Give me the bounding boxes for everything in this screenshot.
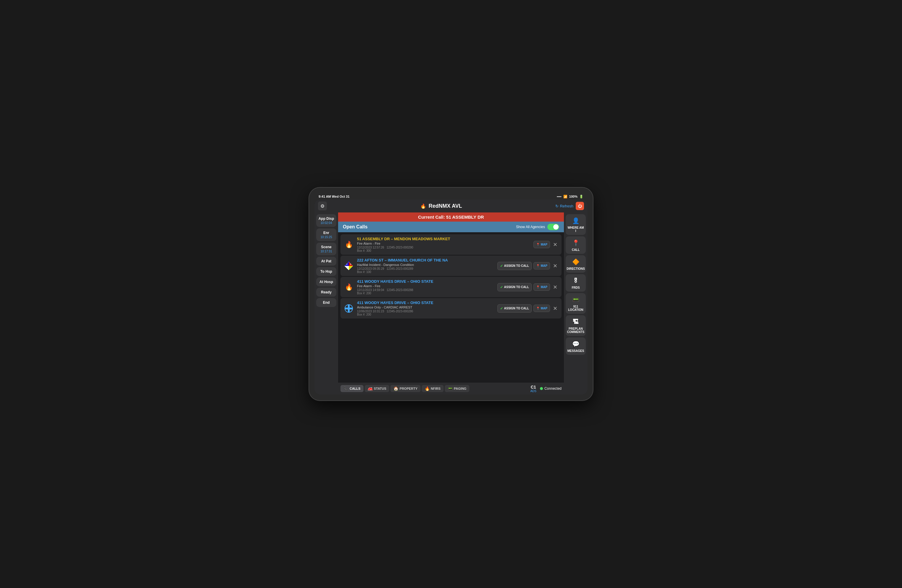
status-tab-icon: 🚒: [368, 386, 373, 391]
app-logo-icon: 🔥: [420, 203, 426, 209]
map-button-4[interactable]: 📍 MAP: [534, 305, 550, 312]
power-icon: ⏻: [578, 203, 582, 208]
call-box-3: Box #: 200: [357, 292, 495, 295]
status-tab-label: STATUS: [374, 387, 386, 390]
current-call-label: Current Call: 51 ASSEMBLY DR: [418, 214, 484, 219]
calls-tab-label: CALLS: [350, 387, 360, 390]
where-am-i-button[interactable]: 👤 WHERE AM I: [566, 214, 586, 235]
tab-paging[interactable]: 📟 PAGING: [445, 385, 470, 392]
frds-label: FRDS: [572, 286, 579, 289]
call-actions-1: 📍 MAP ✕: [534, 240, 559, 249]
connected-dot: [540, 387, 543, 390]
property-tab-icon: 🏠: [393, 386, 398, 391]
assign-button-2[interactable]: ✓ ASSIGN TO CALL: [497, 262, 532, 270]
call-icon-hazmat: 3 2: [343, 261, 354, 271]
svg-text:3: 3: [350, 263, 351, 265]
messages-icon: 💬: [572, 340, 579, 348]
tab-calls[interactable]: 📞 CALLS: [340, 385, 363, 392]
tab-property[interactable]: 🏠 PROPERTY: [390, 385, 421, 392]
directions-button[interactable]: 🔶 DIRECTIONS: [566, 255, 586, 273]
status-wifi-icon: 📶: [563, 195, 567, 199]
call-item-4[interactable]: 411 WOODY HAYES DRIVE – OHIO STATE Ambul…: [340, 298, 562, 319]
frds-button[interactable]: 🎖 FRDS: [566, 274, 586, 292]
sidebar-btn-ready[interactable]: Ready: [316, 288, 336, 297]
settings-button[interactable]: ⚙: [318, 202, 327, 210]
refresh-label: Refresh: [560, 204, 573, 208]
assign-button-4[interactable]: ✓ ASSIGN TO CALL: [497, 304, 532, 313]
where-am-i-label: WHERE AM I: [567, 226, 584, 233]
call-actions-3: ✓ ASSIGN TO CALL 📍 MAP ✕: [497, 283, 559, 292]
refresh-button[interactable]: ↻ Refresh: [555, 204, 573, 208]
call-icon-fire-1: 🔥: [343, 239, 354, 250]
map-button-3[interactable]: 📍 MAP: [534, 283, 550, 291]
messages-label: MESSAGES: [567, 349, 584, 352]
call-address-1: 51 ASSEMBLY DR – MENDON MEADOWS MARKET: [357, 237, 531, 241]
preplan-button[interactable]: 🏗 PREPLAN COMMENTS: [566, 315, 586, 336]
sidebar-btn-enr[interactable]: Enr10:15:25: [316, 228, 336, 241]
call-item-3[interactable]: 🔥 411 WOODY HAYES DRIVE – OHIO STATE Fir…: [340, 277, 562, 297]
property-tab-label: PROPERTY: [399, 387, 418, 390]
assign-button-3[interactable]: ✓ ASSIGN TO CALL: [497, 283, 532, 291]
messages-button[interactable]: 💬 MESSAGES: [566, 338, 586, 355]
svg-rect-13: [345, 308, 353, 310]
call-icon-fire-3: 🔥: [343, 282, 354, 292]
map-button-2[interactable]: 📍 MAP: [534, 262, 550, 269]
call-meta-1: 12/12/2023 12:57:26 12345-2023-000290: [357, 246, 531, 249]
sidebar-btn-at-pat[interactable]: At Pat: [316, 257, 336, 266]
call-box-1: Box #: 300: [357, 249, 531, 252]
calls-tab-icon: 📞: [343, 386, 348, 391]
close-button-1[interactable]: ✕: [552, 240, 559, 249]
sidebar-btn-end[interactable]: End: [316, 298, 336, 307]
call-actions-2: ✓ ASSIGN TO CALL 📍 MAP ✕: [497, 261, 559, 271]
call-item-1[interactable]: 🔥 51 ASSEMBLY DR – MENDON MEADOWS MARKET…: [340, 234, 562, 255]
right-sidebar: 👤 WHERE AM I 📍 CALL 🔶 DIRECTIONS 🎖 FRDS …: [564, 213, 587, 394]
paging-tab-label: PAGING: [454, 387, 467, 390]
sidebar-btn-at-hosp[interactable]: At Hosp: [316, 277, 336, 286]
call-item-2[interactable]: 3 2 222 AFTON ST – IMMANUEL CHURCH OF TH…: [340, 256, 562, 276]
call-box-2: Box #: 100: [357, 271, 495, 274]
location-label: 911 LOCATION: [567, 305, 584, 311]
location-button[interactable]: 📟 911 LOCATION: [566, 293, 586, 314]
gear-icon: ⚙: [320, 203, 324, 209]
close-button-3[interactable]: ✕: [552, 283, 559, 292]
call-meta-4: 12/06/2023 10:31:23 12345-2023-000286: [357, 310, 495, 313]
sidebar-btn-scene[interactable]: Scene10:17:31: [316, 242, 336, 255]
tablet-frame: 9:41 AM Wed Oct 31 ▪▪▪▪ 📶 100% 🔋 ⚙ 🔥 Red…: [309, 188, 593, 400]
call-icon-ems: [343, 303, 354, 314]
open-calls-title: Open Calls: [343, 224, 368, 230]
sidebar-btn-app-disp[interactable]: App Disp10:02:04: [316, 214, 336, 227]
directions-label: DIRECTIONS: [567, 267, 585, 271]
where-am-i-icon: 👤: [572, 217, 579, 225]
call-label: CALL: [572, 248, 580, 252]
app-body: App Disp10:02:04 Enr10:15:25 Scene10:17:…: [315, 213, 587, 394]
power-button[interactable]: ⏻: [576, 202, 584, 210]
tab-nfirs[interactable]: 🔥 NFIRS: [422, 385, 444, 392]
svg-marker-6: [345, 266, 349, 270]
status-battery: 100%: [569, 195, 578, 198]
sidebar-btn-to-hsp[interactable]: To Hsp: [316, 267, 336, 276]
preplan-icon: 🏗: [573, 317, 579, 326]
show-agencies-label: Show All Agencies: [516, 225, 545, 229]
close-button-4[interactable]: ✕: [552, 304, 559, 313]
close-button-2[interactable]: ✕: [552, 261, 559, 271]
call-type-4: Ambulance Only - CARDIAC ARREST: [357, 305, 495, 309]
call-info-2: 222 AFTON ST – IMMANUEL CHURCH OF THE NA…: [357, 258, 495, 274]
call-meta-2: 12/12/2023 09:35:29 12345-2023-000289: [357, 267, 495, 271]
app-header: ⚙ 🔥 RedNMX AVL ↻ Refresh ⏻: [315, 199, 587, 213]
map-pin-icon-3: 📍: [536, 285, 540, 289]
directions-icon: 🔶: [572, 258, 579, 266]
nfirs-tab-label: NFIRS: [431, 387, 441, 390]
tab-status[interactable]: 🚒 STATUS: [365, 385, 389, 392]
ads-indicator: C1 ADS: [530, 385, 536, 393]
show-agencies-toggle[interactable]: [547, 224, 559, 230]
unit-id: C1: [530, 385, 536, 389]
open-calls-header: Open Calls Show All Agencies: [338, 222, 564, 232]
map-pin-icon-4: 📍: [536, 307, 540, 310]
call-address-4: 411 WOODY HAYES DRIVE – OHIO STATE: [357, 300, 495, 305]
call-info-1: 51 ASSEMBLY DR – MENDON MEADOWS MARKET F…: [357, 237, 531, 252]
check-icon-3: ✓: [500, 285, 503, 289]
ads-label: ADS: [530, 389, 536, 393]
map-button-1[interactable]: 📍 MAP: [534, 241, 550, 248]
call-button[interactable]: 📍 CALL: [566, 236, 586, 254]
map-pin-icon-1: 📍: [536, 243, 540, 246]
